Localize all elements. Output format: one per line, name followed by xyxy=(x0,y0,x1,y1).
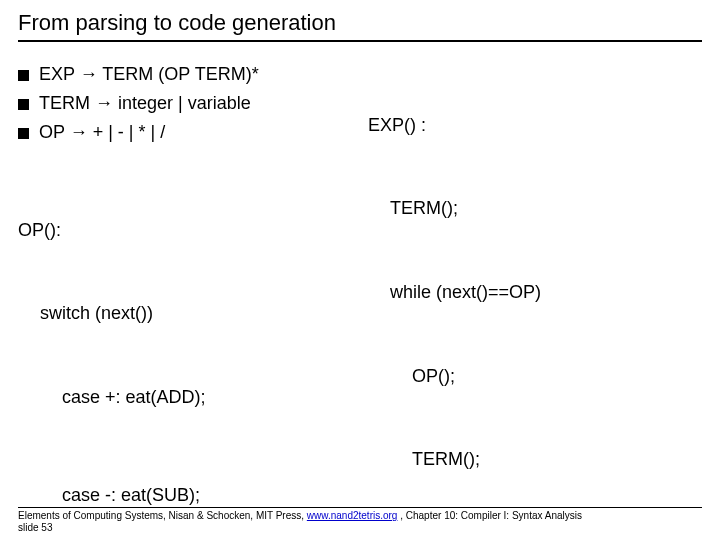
footer-rule xyxy=(18,507,702,508)
slide-number: slide 53 xyxy=(18,522,52,533)
content-columns: EXP → TERM (OP TERM)* TERM → integer | v… xyxy=(18,56,702,540)
square-bullet-icon xyxy=(18,70,29,81)
slide-title: From parsing to code generation xyxy=(18,10,702,36)
grammar-bullets: EXP → TERM (OP TERM)* TERM → integer | v… xyxy=(18,64,352,143)
title-rule xyxy=(18,40,702,42)
bullet-term: TERM → integer | variable xyxy=(18,93,352,114)
square-bullet-icon xyxy=(18,128,29,139)
exp-pseudocode: EXP() : TERM(); while (next()==OP) OP();… xyxy=(368,56,702,530)
code-line: OP(); xyxy=(368,363,702,391)
footer-text-suffix: , Chapter 10: Compiler I: Syntax Analysi… xyxy=(397,510,582,521)
footer-link[interactable]: www.nand2tetris.org xyxy=(307,510,398,521)
footer: Elements of Computing Systems, Nisan & S… xyxy=(18,510,702,534)
bullet-text: OP → + | - | * | / xyxy=(39,122,165,143)
footer-text-prefix: Elements of Computing Systems, Nisan & S… xyxy=(18,510,307,521)
op-pseudocode: OP(): switch (next()) case +: eat(ADD); … xyxy=(18,161,352,540)
bullet-text: EXP → TERM (OP TERM)* xyxy=(39,64,259,85)
code-line: OP(): xyxy=(18,217,352,245)
square-bullet-icon xyxy=(18,99,29,110)
code-line: TERM(); xyxy=(368,195,702,223)
slide: From parsing to code generation EXP → TE… xyxy=(0,0,720,540)
bullet-exp: EXP → TERM (OP TERM)* xyxy=(18,64,352,85)
code-line: while (next()==OP) xyxy=(368,279,702,307)
left-column: EXP → TERM (OP TERM)* TERM → integer | v… xyxy=(18,56,360,540)
code-line: EXP() : xyxy=(368,112,702,140)
code-line: TERM(); xyxy=(368,446,702,474)
code-line: switch (next()) xyxy=(18,300,352,328)
bullet-op: OP → + | - | * | / xyxy=(18,122,352,143)
code-line: case -: eat(SUB); xyxy=(18,482,352,510)
bullet-text: TERM → integer | variable xyxy=(39,93,251,114)
code-line: case +: eat(ADD); xyxy=(18,384,352,412)
right-column: EXP() : TERM(); while (next()==OP) OP();… xyxy=(360,56,702,540)
